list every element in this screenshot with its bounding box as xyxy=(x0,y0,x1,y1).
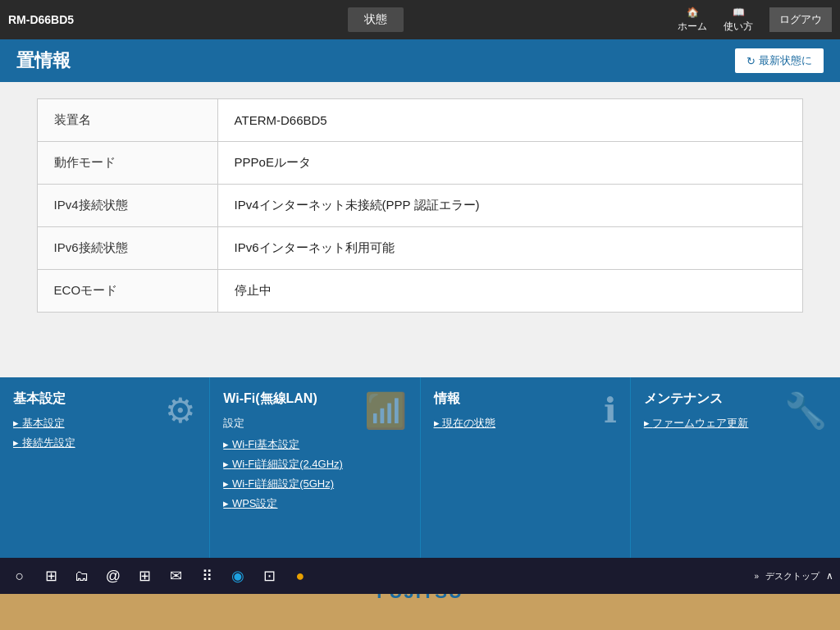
help-button[interactable]: 📖 使い方 xyxy=(724,7,753,34)
wifi-icon: 📶 xyxy=(364,390,407,431)
row-value: PPPoEルータ xyxy=(217,142,803,185)
page-title: 置情報 xyxy=(16,48,71,73)
taskbar: ○ ⊞ 🗂 @ ⊞ ✉ ⠿ ◉ ⊡ ● » デスクトップ ∧ xyxy=(0,558,840,594)
edge-icon[interactable]: ◉ xyxy=(225,563,251,589)
taskbar-expand[interactable]: » xyxy=(754,572,759,581)
windows-icon[interactable]: ⊞ xyxy=(131,563,158,589)
logout-button[interactable]: ログアウ xyxy=(769,7,832,32)
row-value: 停止中 xyxy=(217,270,803,313)
refresh-icon: ↻ xyxy=(746,55,756,67)
box-icon[interactable]: ⊡ xyxy=(256,563,282,589)
menu-section-info: 情報現在の状態ℹ xyxy=(421,377,631,574)
menu-title-info: 情報 xyxy=(434,390,617,408)
table-row: IPv6接続状態IPv6インターネット利用可能 xyxy=(37,227,803,270)
page-header: 置情報 ↻ 最新状態に xyxy=(0,39,840,82)
menu-section-wifi: Wi-Fi(無線LAN)設定Wi-Fi基本設定Wi-Fi詳細設定(2.4GHz)… xyxy=(210,377,420,574)
start-circle[interactable]: ○ xyxy=(7,563,33,589)
menu-link[interactable]: 接続先設定 xyxy=(13,436,196,450)
home-label: ホーム xyxy=(678,20,707,34)
row-value: IPv4インターネット未接続(PPP 認証エラー) xyxy=(217,185,803,227)
row-label: IPv4接続状態 xyxy=(37,185,217,227)
menu-link[interactable]: Wi-Fi詳細設定(2.4GHz) xyxy=(223,457,406,472)
menu-link[interactable]: Wi-Fi詳細設定(5GHz) xyxy=(223,477,406,491)
row-label: 動作モード xyxy=(37,142,217,185)
status-label: 状態 xyxy=(348,7,404,32)
menu-section-maintenance: メンテナンスファームウェア更新🔧 xyxy=(631,377,840,574)
page-title-text: 置情報 xyxy=(16,50,71,71)
bottom-menu: 基本設定基本設定接続先設定⚙Wi-Fi(無線LAN)設定Wi-Fi基本設定Wi-… xyxy=(0,377,840,574)
row-label: ECOモード xyxy=(37,270,217,313)
top-nav: RM-D66BD5 状態 🏠 ホーム 📖 使い方 ログアウ xyxy=(0,0,840,39)
device-id: RM-D66BD5 xyxy=(8,13,74,26)
mail-icon[interactable]: ✉ xyxy=(162,563,189,589)
table-row: IPv4接続状態IPv4インターネット未接続(PPP 認証エラー) xyxy=(37,185,803,227)
taskbar-right: » デスクトップ ∧ xyxy=(754,570,833,582)
device-info-table: 装置名ATERM-D66BD5動作モードPPPoEルータIPv4接続状態IPv4… xyxy=(37,98,804,313)
folder-icon[interactable]: 🗂 xyxy=(69,563,95,589)
book-icon: 📖 xyxy=(733,7,745,18)
refresh-label: 最新状態に xyxy=(759,53,812,68)
refresh-button[interactable]: ↻ 最新状態に xyxy=(735,48,824,73)
menu-section-basic: 基本設定基本設定接続先設定⚙ xyxy=(0,377,210,574)
home-button[interactable]: 🏠 ホーム xyxy=(678,7,707,34)
main-content: 装置名ATERM-D66BD5動作モードPPPoEルータIPv4接続状態IPv4… xyxy=(0,82,840,377)
top-nav-right: 🏠 ホーム 📖 使い方 ログアウ xyxy=(678,7,832,34)
maintenance-icon: 🔧 xyxy=(784,390,827,431)
grid-icon[interactable]: ⠿ xyxy=(194,563,220,589)
at-icon[interactable]: @ xyxy=(100,563,126,589)
row-label: 装置名 xyxy=(37,99,217,142)
task-view-icon[interactable]: ⊞ xyxy=(38,563,64,589)
basic-icon: ⚙ xyxy=(165,390,196,431)
info-icon: ℹ xyxy=(604,390,617,431)
help-label: 使い方 xyxy=(724,20,753,34)
menu-link[interactable]: Wi-Fi基本設定 xyxy=(223,437,406,452)
menu-link[interactable]: 現在の状態 xyxy=(434,416,617,431)
desktop-label[interactable]: デスクトップ xyxy=(765,570,819,582)
table-row: ECOモード停止中 xyxy=(37,270,803,313)
table-row: 装置名ATERM-D66BD5 xyxy=(37,99,803,142)
chrome-icon[interactable]: ● xyxy=(287,563,313,589)
table-row: 動作モードPPPoEルータ xyxy=(37,142,803,185)
home-icon: 🏠 xyxy=(687,7,699,18)
row-label: IPv6接続状態 xyxy=(37,227,217,270)
arrow-up-icon[interactable]: ∧ xyxy=(826,570,833,582)
row-value: ATERM-D66BD5 xyxy=(217,99,803,142)
row-value: IPv6インターネット利用可能 xyxy=(217,227,803,270)
menu-link[interactable]: WPS設定 xyxy=(223,496,406,511)
